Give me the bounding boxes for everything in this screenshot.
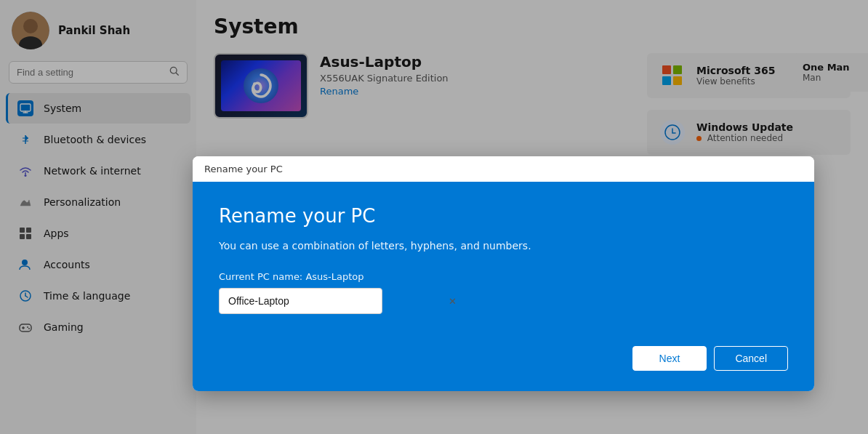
modal-titlebar-text: Rename your PC	[204, 164, 283, 174]
modal-overlay: Rename your PC Rename your PC You can us…	[0, 0, 868, 434]
modal-heading: Rename your PC	[219, 205, 788, 227]
input-wrapper: ✕	[219, 288, 466, 314]
next-button[interactable]: Next	[632, 346, 707, 371]
modal-titlebar: Rename your PC	[193, 156, 814, 182]
modal-current-label: Current PC name: Asus-Laptop	[219, 271, 788, 282]
modal-footer: Next Cancel	[193, 334, 814, 391]
modal-body: Rename your PC You can use a combination…	[193, 182, 814, 334]
cancel-button[interactable]: Cancel	[714, 346, 788, 371]
input-clear-button[interactable]: ✕	[446, 294, 459, 308]
modal-dialog: Rename your PC Rename your PC You can us…	[193, 156, 814, 391]
pc-name-input[interactable]	[219, 288, 382, 314]
modal-description: You can use a combination of letters, hy…	[219, 238, 788, 254]
